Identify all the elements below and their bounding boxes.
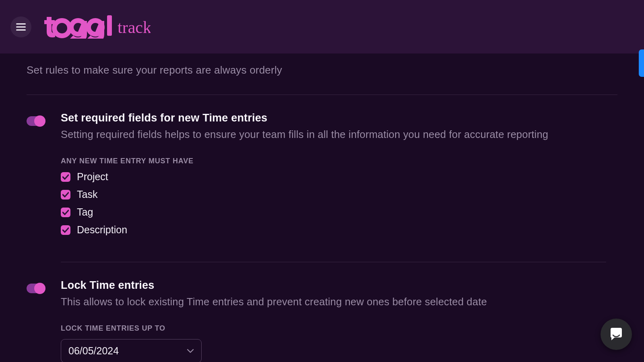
setting-required-fields: Set required fields for new Time entries… bbox=[27, 95, 617, 236]
checkmark-icon bbox=[62, 174, 69, 180]
svg-rect-1 bbox=[16, 26, 26, 27]
required-fields-list: Project Task Tag bbox=[61, 171, 617, 236]
product-name: track bbox=[118, 18, 151, 37]
checkmark-icon bbox=[62, 210, 69, 215]
toggle-knob bbox=[34, 283, 45, 294]
checkbox-task[interactable] bbox=[61, 190, 70, 200]
checkbox-description[interactable] bbox=[61, 225, 70, 235]
list-item: Project bbox=[61, 171, 617, 183]
checkbox-label: Tag bbox=[77, 206, 93, 218]
lock-date-caption: LOCK TIME ENTRIES UP TO bbox=[61, 324, 617, 333]
setting-description: This allows to lock existing Time entrie… bbox=[61, 295, 617, 309]
svg-rect-2 bbox=[16, 29, 26, 31]
list-item: Description bbox=[61, 224, 617, 236]
required-fields-caption: ANY NEW TIME ENTRY MUST HAVE bbox=[61, 157, 617, 165]
chat-icon bbox=[608, 326, 624, 342]
toggl-wordmark-icon: track bbox=[42, 15, 151, 39]
setting-title: Lock Time entries bbox=[61, 279, 617, 292]
app-header: track bbox=[0, 0, 644, 53]
checkbox-tag[interactable] bbox=[61, 208, 70, 217]
toggle-lock-entries[interactable] bbox=[27, 284, 44, 293]
checkbox-label: Description bbox=[77, 224, 127, 236]
checkmark-icon bbox=[62, 227, 69, 233]
page-subtitle: Set rules to make sure your reports are … bbox=[27, 64, 617, 76]
hamburger-icon bbox=[16, 23, 26, 31]
setting-lock-entries: Lock Time entries This allows to lock ex… bbox=[27, 262, 617, 362]
chat-launcher[interactable] bbox=[601, 319, 632, 350]
brand-logo[interactable]: track bbox=[42, 15, 151, 39]
chevron-down-icon bbox=[187, 349, 194, 354]
checkmark-icon bbox=[62, 192, 69, 197]
checkbox-label: Task bbox=[77, 189, 97, 200]
side-indicator[interactable] bbox=[639, 49, 644, 77]
lock-date-picker[interactable]: 06/05/2024 bbox=[61, 339, 202, 362]
svg-rect-6 bbox=[107, 15, 112, 36]
list-item: Task bbox=[61, 189, 617, 200]
lock-date-value: 06/05/2024 bbox=[68, 345, 119, 357]
checkbox-project[interactable] bbox=[61, 172, 70, 182]
svg-point-3 bbox=[54, 21, 70, 36]
main-content: Set rules to make sure your reports are … bbox=[0, 53, 644, 362]
setting-title: Set required fields for new Time entries bbox=[61, 112, 617, 124]
list-item: Tag bbox=[61, 206, 617, 218]
setting-description: Setting required fields helps to ensure … bbox=[61, 128, 617, 142]
toggle-knob bbox=[34, 115, 45, 127]
checkbox-label: Project bbox=[77, 171, 108, 183]
svg-rect-0 bbox=[16, 23, 26, 25]
toggle-required-fields[interactable] bbox=[27, 116, 44, 126]
menu-button[interactable] bbox=[10, 16, 31, 37]
